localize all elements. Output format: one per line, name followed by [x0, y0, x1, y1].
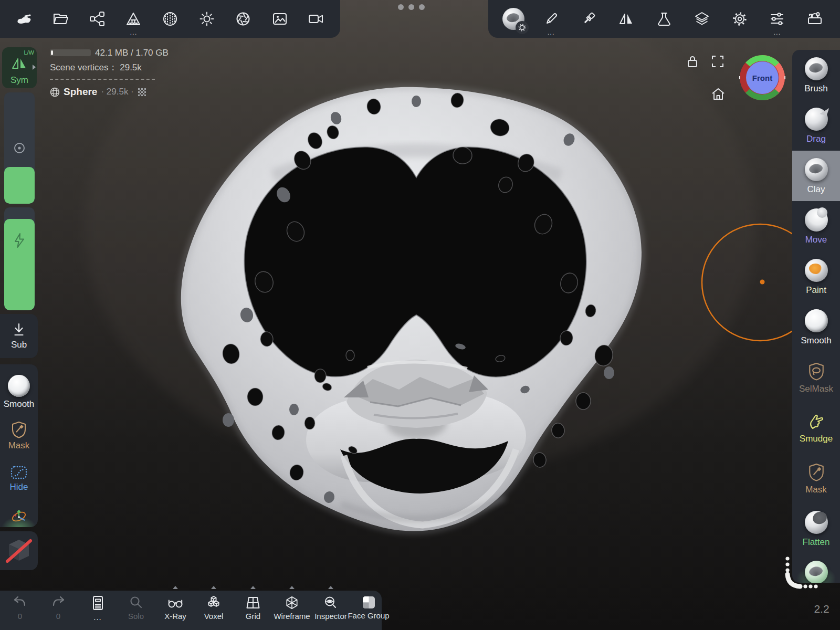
subdivision-panel[interactable]: Sub [0, 314, 38, 358]
voxel-label: Voxel [204, 612, 224, 621]
settings-button[interactable] [727, 6, 752, 32]
tool-selmask[interactable]: SelMask [792, 352, 840, 403]
toolbox-button[interactable] [802, 6, 827, 32]
app-version: 2.2 [808, 603, 835, 615]
solo-label: Solo [128, 612, 144, 621]
tool-mask[interactable]: Mask [792, 453, 840, 503]
journal-more-dots: ... [93, 613, 102, 622]
tool-flatten-label: Flatten [803, 538, 830, 547]
window-drag-handle[interactable] [398, 4, 425, 10]
sphere-wireframe-icon [50, 87, 60, 97]
facegroup-label: Face Group [348, 611, 389, 620]
stats-divider [50, 79, 155, 80]
scene-vertices-text: Scene vertices： 29.5k [50, 61, 142, 74]
material-button[interactable] [501, 6, 526, 32]
aperture-icon [235, 11, 251, 27]
scene-layers-button[interactable]: ... [121, 6, 146, 32]
tool-move[interactable]: Move [792, 201, 840, 251]
gear-icon [518, 24, 526, 32]
fullscreen-icon [711, 55, 724, 68]
tool-brush-label: Brush [804, 84, 827, 93]
postprocess-button[interactable] [230, 6, 256, 32]
camera-button[interactable] [303, 6, 329, 32]
lighting-button[interactable] [194, 6, 219, 32]
interface-button[interactable]: ... [764, 6, 790, 32]
pencil-button[interactable]: ... [539, 6, 564, 32]
symmetry-expand-arrow-icon [33, 65, 36, 70]
smooth-tool-thumb [8, 375, 30, 397]
tool-smooth[interactable]: Smooth [792, 302, 840, 352]
interface-more-dots: ... [764, 30, 790, 35]
symmetry-mode-label: L/W [24, 49, 34, 56]
layers-button[interactable] [689, 6, 715, 32]
facegroup-toggle[interactable]: Face Group [345, 591, 392, 630]
reset-view-button[interactable] [711, 87, 726, 101]
tool-clay-selected[interactable]: Clay [792, 151, 840, 201]
inspector-caret-icon[interactable] [328, 586, 333, 589]
tool-flatten[interactable]: Flatten [792, 503, 840, 554]
node-graph-icon [89, 11, 105, 27]
panel-resize-handle[interactable] [781, 554, 823, 593]
scene-graph-button[interactable] [85, 6, 110, 32]
radius-icon [4, 142, 35, 154]
tool-paint[interactable]: Paint [792, 251, 840, 302]
lock-view-button[interactable] [686, 55, 699, 68]
brush-tool-thumb [805, 57, 828, 80]
tool-smudge-label: Smudge [800, 434, 833, 443]
inspector-label: Inspector [314, 612, 347, 621]
tool-paint-label: Paint [806, 286, 826, 295]
nomad-logo-button[interactable] [12, 6, 37, 32]
files-button[interactable] [48, 6, 73, 32]
quick-tools-panel: Smooth Mask Hide [0, 364, 38, 527]
tool-smudge[interactable]: Smudge [792, 403, 840, 453]
redo-count: 0 [56, 612, 60, 621]
material-sphere-icon [502, 8, 524, 30]
folder-icon [52, 11, 68, 27]
brush-radius-slider[interactable] [4, 92, 35, 204]
quick-mask-label: Mask [8, 440, 30, 451]
lightning-icon [13, 233, 26, 248]
orientation-gizmo[interactable]: Front [739, 55, 785, 101]
sub-level-down-icon [12, 322, 26, 337]
mask-shield-icon [808, 463, 825, 481]
grid-caret-icon[interactable] [250, 586, 256, 589]
radius-slider-handle[interactable] [4, 167, 35, 204]
scene-vertices-value: 29.5k [120, 62, 142, 72]
quick-smooth-button[interactable]: Smooth [0, 375, 38, 410]
experimental-button[interactable] [652, 6, 677, 32]
symmetry-label: Sym [2, 75, 37, 86]
fullscreen-button[interactable] [711, 55, 724, 68]
drag-tool-thumb [805, 108, 828, 131]
symmetry-button[interactable] [614, 6, 639, 32]
inspector-eye-icon [323, 595, 339, 610]
selected-object-row[interactable]: Sphere · 29.5k · [50, 86, 146, 98]
tool-drag[interactable]: Drag [792, 100, 840, 151]
intensity-slider-fill[interactable] [4, 219, 35, 310]
paint-settings-button[interactable] [576, 6, 601, 32]
quick-hide-button[interactable]: Hide [0, 465, 38, 492]
paintbrush-icon [581, 11, 596, 27]
voxel-caret-icon[interactable] [211, 586, 216, 589]
brush-intensity-slider[interactable] [4, 207, 35, 310]
grid-label: Grid [246, 612, 260, 621]
xray-label: X-Ray [164, 612, 186, 621]
smudge-hand-icon [807, 413, 825, 430]
background-button[interactable] [267, 6, 292, 32]
sliders-icon [769, 11, 785, 27]
material-gear-badge [516, 21, 529, 34]
topology-button[interactable] [158, 6, 183, 32]
tool-brush[interactable]: Brush [792, 50, 840, 100]
quick-gizmo-button[interactable] [0, 507, 38, 525]
xray-caret-icon[interactable] [173, 586, 178, 589]
sun-icon [199, 11, 215, 27]
object-name: Sphere [64, 86, 97, 98]
symmetry-triangles-icon [11, 57, 28, 70]
symmetry-toggle-button[interactable]: L/W Sym [2, 47, 37, 88]
quick-mask-button[interactable]: Mask [0, 421, 38, 451]
wireframe-caret-icon[interactable] [289, 586, 295, 589]
toolbar-top-left: ... [0, 0, 340, 38]
validate-mesh-panel[interactable] [0, 531, 38, 570]
home-icon [711, 87, 726, 101]
pencil-more-dots: ... [539, 30, 564, 35]
tool-move-label: Move [805, 235, 827, 244]
